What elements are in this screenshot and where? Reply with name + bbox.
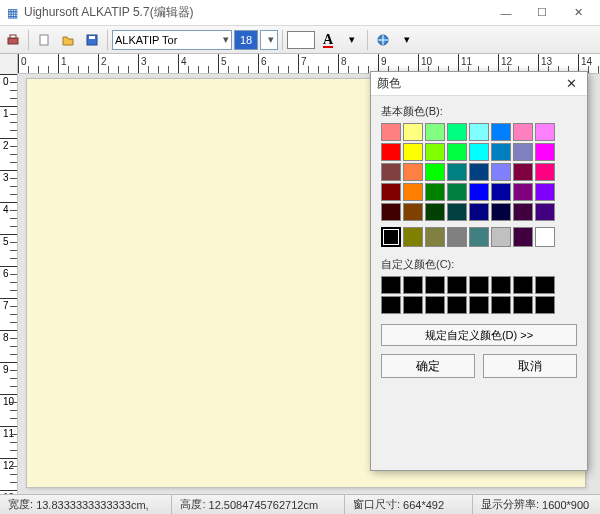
custom-color-swatch[interactable] xyxy=(469,276,489,294)
custom-color-swatch[interactable] xyxy=(535,276,555,294)
status-winsize-label: 窗口尺寸: xyxy=(353,497,400,512)
custom-color-swatch[interactable] xyxy=(535,296,555,314)
ok-button[interactable]: 确定 xyxy=(381,354,475,378)
fill-dropdown[interactable]: ▾ xyxy=(341,29,363,51)
color-swatch[interactable] xyxy=(491,203,511,221)
color-swatch[interactable] xyxy=(425,163,445,181)
color-swatch[interactable] xyxy=(513,203,533,221)
color-swatch[interactable] xyxy=(381,123,401,141)
cancel-button[interactable]: 取消 xyxy=(483,354,577,378)
color-swatch[interactable] xyxy=(513,227,533,247)
color-swatch[interactable] xyxy=(403,203,423,221)
basic-colors-grid xyxy=(381,123,577,221)
color-swatch[interactable] xyxy=(447,203,467,221)
custom-color-swatch[interactable] xyxy=(381,276,401,294)
color-swatch[interactable] xyxy=(469,143,489,161)
color-swatch[interactable] xyxy=(513,183,533,201)
titlebar: ▦ Uighursoft ALKATIP 5.7(编辑器) — ☐ ✕ xyxy=(0,0,600,26)
window-title: Uighursoft ALKATIP 5.7(编辑器) xyxy=(24,4,488,21)
ruler-vertical: 012345678910111213 xyxy=(0,74,18,494)
color-swatch[interactable] xyxy=(491,183,511,201)
color-swatch[interactable] xyxy=(403,123,423,141)
color-swatch[interactable] xyxy=(425,227,445,247)
color-swatch[interactable] xyxy=(403,183,423,201)
font-color-icon: A xyxy=(323,32,333,48)
language-button[interactable] xyxy=(372,29,394,51)
define-custom-color-button[interactable]: 规定自定义颜色(D) >> xyxy=(381,324,577,346)
custom-color-swatch[interactable] xyxy=(425,296,445,314)
color-swatch[interactable] xyxy=(447,143,467,161)
close-icon[interactable]: ✕ xyxy=(561,76,581,91)
font-size-dropdown[interactable]: ▾ xyxy=(260,30,278,50)
custom-color-swatch[interactable] xyxy=(447,276,467,294)
color-swatch[interactable] xyxy=(469,227,489,247)
color-swatch[interactable] xyxy=(403,163,423,181)
custom-color-swatch[interactable] xyxy=(491,276,511,294)
color-swatch[interactable] xyxy=(535,123,555,141)
color-swatch[interactable] xyxy=(469,203,489,221)
custom-color-swatch[interactable] xyxy=(469,296,489,314)
custom-color-swatch[interactable] xyxy=(425,276,445,294)
chevron-down-icon: ▾ xyxy=(349,33,355,46)
custom-colors-label: 自定义颜色(C): xyxy=(381,257,577,272)
custom-color-swatch[interactable] xyxy=(513,276,533,294)
color-swatch[interactable] xyxy=(535,227,555,247)
color-swatch[interactable] xyxy=(469,183,489,201)
color-swatch[interactable] xyxy=(403,227,423,247)
color-swatch[interactable] xyxy=(513,123,533,141)
status-height-label: 高度: xyxy=(180,497,205,512)
color-swatch[interactable] xyxy=(381,203,401,221)
color-swatch[interactable] xyxy=(491,123,511,141)
font-name-select[interactable]: ALKATIP Tor ▾ xyxy=(112,30,232,50)
color-dialog: 颜色 ✕ 基本颜色(B): 自定义颜色(C): 规定自定义颜色(D) >> 确定… xyxy=(370,71,588,471)
color-swatch[interactable] xyxy=(469,123,489,141)
open-button[interactable] xyxy=(57,29,79,51)
color-swatch[interactable] xyxy=(381,163,401,181)
status-res-label: 显示分辨率: xyxy=(481,497,539,512)
color-swatch[interactable] xyxy=(425,203,445,221)
custom-color-swatch[interactable] xyxy=(381,296,401,314)
print-button[interactable] xyxy=(2,29,24,51)
text-color-button[interactable]: A xyxy=(317,29,339,51)
maximize-button[interactable]: ☐ xyxy=(524,0,560,26)
color-dialog-titlebar[interactable]: 颜色 ✕ xyxy=(371,72,587,96)
color-swatch[interactable] xyxy=(447,183,467,201)
color-swatch[interactable] xyxy=(403,143,423,161)
color-swatch[interactable] xyxy=(535,143,555,161)
font-size-field[interactable]: 18 xyxy=(234,30,258,50)
color-swatch[interactable] xyxy=(513,143,533,161)
separator xyxy=(282,30,283,50)
color-swatch[interactable] xyxy=(491,227,511,247)
custom-color-swatch[interactable] xyxy=(403,276,423,294)
custom-color-swatch[interactable] xyxy=(403,296,423,314)
color-swatch[interactable] xyxy=(447,227,467,247)
color-swatch[interactable] xyxy=(535,183,555,201)
custom-color-swatch[interactable] xyxy=(513,296,533,314)
color-swatch[interactable] xyxy=(491,163,511,181)
language-dropdown[interactable]: ▾ xyxy=(396,29,418,51)
color-swatch[interactable] xyxy=(425,143,445,161)
status-width-value: 13.8333333333333cm, xyxy=(36,499,149,511)
color-swatch[interactable] xyxy=(381,227,401,247)
color-swatch[interactable] xyxy=(491,143,511,161)
color-swatch[interactable] xyxy=(425,183,445,201)
color-swatch[interactable] xyxy=(447,123,467,141)
custom-color-swatch[interactable] xyxy=(447,296,467,314)
new-button[interactable] xyxy=(33,29,55,51)
color-swatch[interactable] xyxy=(469,163,489,181)
custom-color-swatch[interactable] xyxy=(491,296,511,314)
minimize-button[interactable]: — xyxy=(488,0,524,26)
color-swatch[interactable] xyxy=(381,183,401,201)
close-button[interactable]: ✕ xyxy=(560,0,596,26)
save-button[interactable] xyxy=(81,29,103,51)
color-swatch[interactable] xyxy=(381,143,401,161)
status-height-value: 12.5084745762712cm xyxy=(209,499,318,511)
color-swatch[interactable] xyxy=(535,203,555,221)
svg-rect-0 xyxy=(8,38,18,44)
color-swatch[interactable] xyxy=(425,123,445,141)
color-swatch[interactable] xyxy=(513,163,533,181)
basic-colors-label: 基本颜色(B): xyxy=(381,104,577,119)
text-color-swatch[interactable] xyxy=(287,31,315,49)
color-swatch[interactable] xyxy=(447,163,467,181)
color-swatch[interactable] xyxy=(535,163,555,181)
